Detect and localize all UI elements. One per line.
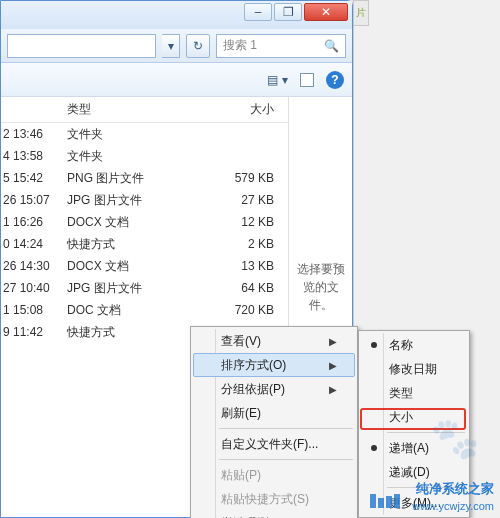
minimize-button[interactable]: –	[244, 3, 272, 21]
refresh-button[interactable]: ↻	[186, 34, 210, 58]
path-dropdown-icon[interactable]: ▾	[162, 34, 180, 58]
menu-label: 粘贴快捷方式(S)	[221, 491, 309, 508]
cell-size: 13 KB	[204, 259, 288, 273]
menu-refresh[interactable]: 刷新(E)	[193, 401, 355, 425]
menu-group[interactable]: 分组依据(P)▶	[193, 377, 355, 401]
sort-by-name[interactable]: 名称	[361, 333, 467, 357]
submenu-arrow-icon: ▶	[329, 336, 337, 347]
close-button[interactable]: ✕	[304, 3, 348, 21]
view-list-icon: ▤	[267, 73, 278, 87]
table-row[interactable]: 2 13:46文件夹	[1, 123, 288, 145]
help-button[interactable]: ?	[326, 71, 344, 89]
menu-label: 粘贴(P)	[221, 467, 261, 484]
watermark-paw-icon: 🐾	[430, 418, 480, 458]
cell-date: 27 10:40	[1, 281, 61, 295]
menu-view[interactable]: 查看(V)▶	[193, 329, 355, 353]
search-placeholder: 搜索 1	[223, 37, 257, 54]
cell-type: DOCX 文档	[61, 258, 204, 275]
cell-date: 26 15:07	[1, 193, 61, 207]
cell-type: JPG 图片文件	[61, 280, 204, 297]
breadcrumb-path[interactable]	[7, 34, 156, 58]
cell-size: 720 KB	[204, 303, 288, 317]
cell-type: 文件夹	[61, 148, 204, 165]
cell-date: 5 15:42	[1, 171, 61, 185]
submenu-label: 递减(D)	[389, 464, 430, 481]
menu-label: 刷新(E)	[221, 405, 261, 422]
radio-selected-icon	[371, 445, 377, 451]
sort-by-date[interactable]: 修改日期	[361, 357, 467, 381]
cell-size: 579 KB	[204, 171, 288, 185]
cell-type: DOC 文档	[61, 302, 204, 319]
cell-size: 64 KB	[204, 281, 288, 295]
cell-size: 27 KB	[204, 193, 288, 207]
table-row[interactable]: 5 15:42PNG 图片文件579 KB	[1, 167, 288, 189]
menu-customize-folder[interactable]: 自定义文件夹(F)...	[193, 432, 355, 456]
cell-date: 1 15:08	[1, 303, 61, 317]
table-row[interactable]: 1 16:26DOCX 文档12 KB	[1, 211, 288, 233]
watermark-logo-icon	[370, 494, 410, 508]
cell-date: 2 13:46	[1, 127, 61, 141]
view-mode-button[interactable]: ▤ ▾	[267, 73, 288, 87]
submenu-arrow-icon: ▶	[329, 384, 337, 395]
column-size[interactable]: 大小	[204, 101, 288, 118]
menu-label: 分组依据(P)	[221, 381, 285, 398]
table-row[interactable]: 26 15:07JPG 图片文件27 KB	[1, 189, 288, 211]
watermark-url: www.ycwjzy.com	[412, 500, 494, 512]
preview-pane-toggle[interactable]	[300, 73, 314, 87]
column-type[interactable]: 类型	[61, 101, 204, 118]
menu-paste-shortcut: 粘贴快捷方式(S)	[193, 487, 355, 511]
table-row[interactable]: 0 14:24快捷方式2 KB	[1, 233, 288, 255]
menu-sort[interactable]: 排序方式(O)▶	[193, 353, 355, 377]
cell-type: PNG 图片文件	[61, 170, 204, 187]
menu-separator	[219, 428, 353, 429]
menu-label: 查看(V)	[221, 333, 261, 350]
submenu-label: 递增(A)	[389, 440, 429, 457]
submenu-label: 类型	[389, 385, 413, 402]
cell-type: 文件夹	[61, 126, 204, 143]
cell-type: 快捷方式	[61, 236, 204, 253]
cell-date: 9 11:42	[1, 325, 61, 339]
menu-undo-delete[interactable]: 撤消 删除(U)Ctrl+Z	[193, 511, 355, 518]
menu-label: 撤消 删除(U)	[221, 515, 289, 519]
radio-selected-icon	[371, 342, 377, 348]
table-row[interactable]: 4 13:58文件夹	[1, 145, 288, 167]
cell-size: 2 KB	[204, 237, 288, 251]
cell-date: 1 16:26	[1, 215, 61, 229]
thumbnail-chip: 片	[353, 0, 369, 26]
cell-type: 快捷方式	[61, 324, 204, 341]
address-bar: ▾ ↻ 搜索 1 🔍	[1, 29, 352, 63]
cell-date: 0 14:24	[1, 237, 61, 251]
cell-type: DOCX 文档	[61, 214, 204, 231]
menu-separator	[219, 459, 353, 460]
menu-paste: 粘贴(P)	[193, 463, 355, 487]
search-icon: 🔍	[324, 39, 339, 53]
menu-label: 自定义文件夹(F)...	[221, 436, 318, 453]
submenu-arrow-icon: ▶	[329, 360, 337, 371]
toolbar: ▤ ▾ ?	[1, 63, 352, 97]
menu-label: 排序方式(O)	[221, 357, 286, 374]
table-row[interactable]: 26 14:30DOCX 文档13 KB	[1, 255, 288, 277]
search-input[interactable]: 搜索 1 🔍	[216, 34, 346, 58]
submenu-label: 修改日期	[389, 361, 437, 378]
submenu-label: 大小	[389, 409, 413, 426]
column-headers[interactable]: 类型 大小	[1, 97, 288, 123]
cell-date: 26 14:30	[1, 259, 61, 273]
cell-date: 4 13:58	[1, 149, 61, 163]
context-menu: 查看(V)▶ 排序方式(O)▶ 分组依据(P)▶ 刷新(E) 自定义文件夹(F)…	[190, 326, 358, 518]
maximize-button[interactable]: ❐	[274, 3, 302, 21]
table-row[interactable]: 1 15:08DOC 文档720 KB	[1, 299, 288, 321]
watermark-title: 纯净系统之家	[416, 480, 494, 498]
submenu-label: 名称	[389, 337, 413, 354]
sort-by-type[interactable]: 类型	[361, 381, 467, 405]
titlebar: – ❐ ✕	[1, 1, 352, 29]
cell-size: 12 KB	[204, 215, 288, 229]
table-row[interactable]: 27 10:40JPG 图片文件64 KB	[1, 277, 288, 299]
chevron-down-icon: ▾	[282, 73, 288, 87]
cell-type: JPG 图片文件	[61, 192, 204, 209]
